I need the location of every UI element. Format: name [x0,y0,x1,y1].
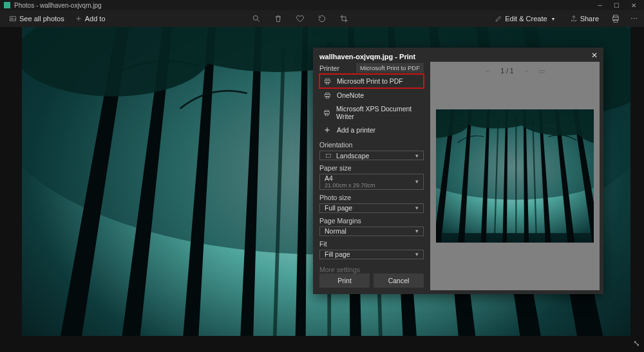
crop-button[interactable] [339,14,349,24]
share-button[interactable]: Share [566,12,603,25]
page-navigator: ← 1 / 1 → ▭ [430,67,600,75]
svg-rect-31 [326,96,328,98]
print-preview-page [436,109,594,243]
printer-option-onenote[interactable]: OneNote [319,88,424,102]
printer-icon [323,77,332,86]
print-dialog: ✕ wallhaven-oxjvqm.jpg - Print Printer M… [313,48,603,294]
plus-icon: ＋ [323,125,332,134]
share-icon [570,15,578,23]
margins-select[interactable]: Normal ▾ [319,227,424,236]
svg-rect-29 [325,94,330,97]
photo-size-select[interactable]: Full page ▾ [319,203,424,213]
printer-option-xps[interactable]: Microsoft XPS Document Writer [319,102,424,123]
svg-rect-34 [325,113,328,115]
dialog-close-button[interactable]: ✕ [588,49,601,62]
print-confirm-button[interactable]: Print [319,273,370,288]
add-printer-button[interactable]: ＋ Add a printer [319,123,424,137]
preview-image [436,109,594,243]
print-preview-panel: ← 1 / 1 → ▭ [430,62,600,290]
print-options-panel: wallhaven-oxjvqm.jpg - Print Printer Mic… [313,48,430,294]
delete-button[interactable] [273,14,283,24]
orientation-label: Orientation [319,141,424,149]
window-title: Photos - wallhaven-oxjvqm.jpg [14,2,598,9]
svg-rect-30 [325,93,328,94]
svg-rect-28 [326,82,328,84]
maximize-button[interactable]: ☐ [614,2,620,9]
minimize-button[interactable]: ─ [598,2,602,9]
photo-size-label: Photo size [319,194,424,201]
prev-page-button[interactable]: ← [485,67,492,75]
more-button[interactable]: ⋯ [629,14,639,24]
svg-rect-26 [325,80,330,82]
svg-rect-27 [325,79,328,80]
printer-icon [323,108,331,117]
chevron-down-icon: ▾ [415,205,419,211]
chevron-down-icon: ▾ [415,178,419,185]
selected-printer-badge: Microsoft Print to PDF [356,63,424,73]
fit-page-button[interactable]: ▭ [538,67,545,75]
svg-rect-35 [326,154,331,157]
resize-handle[interactable]: ⤡ [633,338,640,348]
orientation-select[interactable]: Landscape ▾ [319,151,424,160]
see-all-photos-button[interactable]: See all photos [5,12,68,25]
printer-label: Printer [319,64,339,72]
rotate-button[interactable] [317,14,327,24]
photo-icon [9,15,17,23]
dialog-title: wallhaven-oxjvqm.jpg - Print [319,53,424,60]
svg-rect-25 [614,19,618,22]
fit-select[interactable]: Fill page ▾ [319,250,424,259]
chevron-down-icon: ▾ [415,153,419,159]
toolbar: See all photos Add to Edit & Create ▾ Sh… [0,10,644,27]
printer-icon [323,91,332,100]
svg-rect-24 [612,17,618,21]
printer-option-pdf[interactable]: Microsoft Print to PDF [319,74,424,88]
chevron-down-icon: ▾ [552,16,554,22]
svg-point-21 [12,18,13,19]
edit-create-button[interactable]: Edit & Create ▾ [491,12,558,25]
svg-rect-32 [325,111,330,114]
chevron-down-icon: ▾ [415,228,419,234]
svg-point-22 [253,15,258,20]
add-to-button[interactable]: Add to [71,12,109,25]
svg-rect-33 [325,110,328,111]
margins-label: Page Margins [319,217,424,225]
chevron-down-icon: ▾ [415,251,419,257]
window-controls: ─ ☐ ✕ [598,2,636,9]
titlebar: Photos - wallhaven-oxjvqm.jpg ─ ☐ ✕ [0,0,644,10]
paper-size-label: Paper size [319,164,424,172]
page-indicator: 1 / 1 [500,67,513,75]
landscape-icon [325,153,332,159]
close-button[interactable]: ✕ [631,2,636,9]
pencil-icon [495,15,502,23]
favorite-button[interactable] [295,14,305,24]
app-icon [4,2,10,8]
svg-rect-23 [614,15,618,17]
fit-label: Fit [319,240,424,248]
svg-rect-20 [10,17,16,21]
plus-icon [75,15,82,23]
zoom-button[interactable] [251,14,261,24]
paper-size-select[interactable]: A4 21.00cm x 29.70cm ▾ [319,174,424,189]
more-settings-link[interactable]: More settings [319,266,424,273]
next-page-button[interactable]: → [523,67,530,75]
print-button[interactable] [611,14,621,24]
cancel-button[interactable]: Cancel [374,273,424,288]
